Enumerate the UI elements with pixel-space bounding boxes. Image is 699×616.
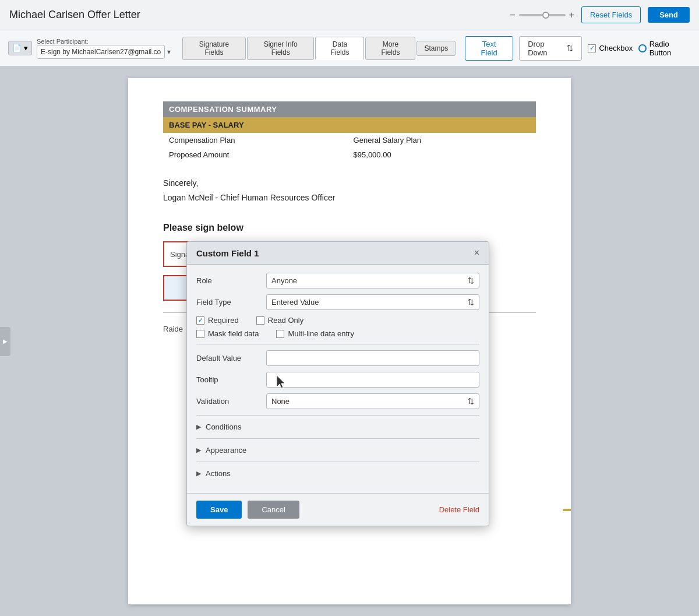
read-only-label: Read Only (268, 316, 303, 325)
role-value: Anyone (271, 276, 297, 285)
multi-line-checkbox-item: Multi-line data entry (276, 329, 354, 338)
field-type-value: Entered Value (271, 298, 319, 307)
delete-field-button[interactable]: Delete Field (439, 505, 479, 514)
comp-plan-value: General Salary Plan (348, 133, 536, 147)
appearance-section: ▶ Appearance (196, 438, 479, 462)
checkbox-field-label[interactable]: Checkbox (599, 44, 633, 52)
checkbox-icon: ✓ (588, 44, 596, 52)
save-button[interactable]: Save (196, 501, 242, 519)
tooltip-row: Tooltip (196, 372, 479, 388)
custom-field-modal: Custom Field 1 × Role Anyone ⇅ Field Typ… (186, 241, 489, 526)
zoom-plus-button[interactable]: + (569, 10, 574, 20)
dropdown-arrow-icon: ⇅ (567, 44, 573, 52)
appearance-label: Appearance (206, 446, 246, 455)
role-row: Role Anyone ⇅ (196, 273, 479, 288)
default-value-row: Default Value (196, 350, 479, 366)
validation-select-arrow: ⇅ (468, 397, 474, 406)
body-divider (196, 344, 479, 344)
table-header-cell: COMPENSATION SUMMARY (163, 101, 536, 117)
tooltip-input[interactable] (266, 372, 479, 388)
signer-name: Logan McNeil - Chief Human Resources Off… (163, 191, 536, 205)
radio-field-wrap: Radio Button (638, 40, 691, 57)
field-type-select-arrow: ⇅ (468, 298, 474, 307)
reset-fields-button[interactable]: Reset Fields (581, 6, 641, 23)
sincerely-text: Sincerely, (163, 176, 536, 191)
default-value-label: Default Value (196, 354, 266, 362)
field-type-label: Field Type (196, 298, 266, 307)
read-only-checkbox[interactable] (256, 316, 264, 325)
modal-title: Custom Field 1 (196, 248, 259, 258)
tab-more-fields[interactable]: More Fields (365, 37, 415, 60)
send-button[interactable]: Send (648, 7, 690, 23)
zoom-minus-button[interactable]: − (510, 10, 515, 20)
zoom-slider[interactable] (519, 14, 566, 16)
participant-select[interactable]: E-sign by MichaelCarlsen27@gmail.com (Mi… (37, 45, 165, 59)
actions-section: ▶ Actions (196, 462, 479, 485)
field-controls: Text Field Drop Down ⇅ ✓ Checkbox Radio … (465, 36, 691, 61)
device-icon: 📄 (12, 44, 22, 52)
participant-section: Select Participant: E-sign by MichaelCar… (37, 38, 171, 59)
table-subheader-cell: BASE PAY - SALARY (163, 117, 536, 133)
zoom-controls: − + (510, 10, 574, 20)
device-arrow: ▾ (24, 44, 28, 52)
tab-signer-info-fields[interactable]: Signer Info Fields (247, 37, 314, 60)
read-only-checkbox-item: Read Only (256, 316, 303, 325)
validation-label: Validation (196, 397, 266, 406)
tab-group: Signature Fields Signer Info Fields Data… (182, 37, 456, 60)
radio-icon (638, 44, 646, 52)
sincerely-section: Sincerely, Logan McNeil - Chief Human Re… (163, 176, 536, 205)
validation-value: None (271, 397, 290, 406)
title-bar-actions: − + Reset Fields Send (510, 6, 690, 23)
checkbox-row-2: Mask field data Multi-line data entry (196, 329, 479, 338)
required-checkbox[interactable]: ✓ (196, 316, 204, 325)
compensation-table: COMPENSATION SUMMARY BASE PAY - SALARY C… (163, 101, 536, 162)
tab-signature-fields[interactable]: Signature Fields (182, 37, 246, 60)
actions-header[interactable]: ▶ Actions (196, 468, 479, 479)
sign-below-label: Please sign below (163, 223, 536, 233)
validation-row: Validation None ⇅ (196, 393, 479, 409)
role-select[interactable]: Anyone ⇅ (266, 273, 479, 288)
required-checkbox-item: ✓ Required (196, 316, 239, 325)
default-value-input[interactable] (266, 350, 479, 366)
toolbar-left: 📄 ▾ Select Participant: E-sign by Michae… (8, 38, 171, 59)
field-type-select[interactable]: Entered Value ⇅ (266, 294, 479, 310)
validation-select[interactable]: None ⇅ (266, 393, 479, 409)
mask-field-label: Mask field data (208, 329, 259, 338)
conditions-header[interactable]: ▶ Conditions (196, 421, 479, 432)
actions-arrow-icon: ▶ (196, 470, 201, 477)
conditions-arrow-icon: ▶ (196, 423, 201, 431)
device-button[interactable]: 📄 ▾ (8, 41, 32, 55)
modal-footer: Save Cancel Delete Field (187, 493, 489, 526)
modal-close-button[interactable]: × (474, 248, 479, 258)
radio-field-label[interactable]: Radio Button (649, 40, 691, 57)
document-title: Michael Carlsen Offer Letter (9, 9, 140, 21)
participant-label: Select Participant: (37, 38, 171, 45)
dropdown-field-button[interactable]: Drop Down ⇅ (519, 36, 582, 61)
table-header-row: COMPENSATION SUMMARY (163, 101, 536, 117)
footer-left: Save Cancel (196, 501, 299, 519)
appearance-header[interactable]: ▶ Appearance (196, 445, 479, 456)
proposed-amount-label: Proposed Amount (163, 147, 348, 162)
main-area: ▶ COMPENSATION SUMMARY BASE PAY - SALARY… (0, 66, 699, 616)
cancel-button[interactable]: Cancel (248, 501, 299, 519)
conditions-section: ▶ Conditions (196, 415, 479, 438)
modal-header: Custom Field 1 × (187, 242, 489, 265)
multi-line-label: Multi-line data entry (288, 329, 354, 338)
tooltip-label: Tooltip (196, 375, 266, 384)
table-subheader-row: BASE PAY - SALARY (163, 117, 536, 133)
tab-data-fields[interactable]: Data Fields (315, 37, 364, 60)
title-bar: Michael Carlsen Offer Letter − + Reset F… (0, 0, 699, 30)
side-nav-arrow[interactable]: ▶ (0, 327, 10, 356)
mask-field-checkbox-item: Mask field data (196, 329, 259, 338)
role-select-arrow: ⇅ (468, 276, 474, 285)
tab-stamps[interactable]: Stamps (416, 41, 456, 56)
appearance-arrow-icon: ▶ (196, 446, 201, 454)
zoom-thumb (542, 12, 549, 19)
checkbox-field-wrap: ✓ Checkbox (588, 44, 633, 52)
proposed-amount-value: $95,000.00 (348, 147, 536, 162)
multi-line-checkbox[interactable] (276, 330, 284, 338)
text-field-button[interactable]: Text Field (465, 36, 513, 61)
yellow-accent-bar (563, 509, 571, 511)
mask-field-checkbox[interactable] (196, 330, 204, 338)
conditions-label: Conditions (206, 423, 241, 431)
